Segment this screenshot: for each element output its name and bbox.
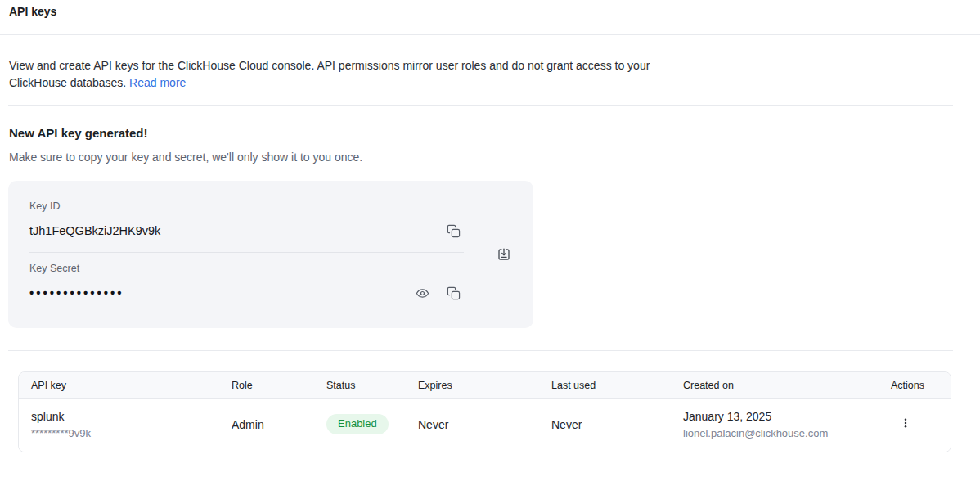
column-header-role: Role: [232, 372, 326, 398]
created-by-email: lionel.palacin@clickhouse.com: [683, 427, 891, 439]
column-header-last-used: Last used: [551, 372, 683, 398]
divider: [8, 350, 953, 351]
column-header-status: Status: [326, 372, 418, 398]
created-date: January 13, 2025: [683, 410, 891, 424]
column-header-created-on: Created on: [683, 372, 891, 398]
divider: [0, 34, 980, 35]
api-key-masked: *********9v9k: [31, 427, 232, 439]
table-row: splunk *********9v9k Admin Enabled Never…: [19, 398, 951, 452]
page-description-text: View and create API keys for the ClickHo…: [9, 59, 650, 89]
last-used-value: Never: [551, 418, 582, 431]
reveal-secret-button[interactable]: [411, 282, 433, 304]
copy-icon: [447, 224, 461, 238]
divider: [8, 105, 953, 106]
copy-secret-button[interactable]: [443, 282, 464, 304]
page-title: API keys: [9, 6, 980, 18]
key-id-label: Key ID: [29, 200, 464, 212]
key-id-value: tJh1FeQGBkziJ2HK9v9k: [29, 223, 443, 239]
key-secret-masked-value: ••••••••••••••: [29, 285, 411, 301]
api-key-cell: splunk *********9v9k: [19, 398, 232, 452]
key-id-row: tJh1FeQGBkziJ2HK9v9k: [29, 220, 464, 241]
new-key-banner-title: New API key generated!: [9, 126, 980, 140]
created-on-cell: January 13, 2025 lionel.palacin@clickhou…: [683, 398, 891, 452]
role-cell: Admin: [232, 398, 326, 452]
table-header-row: API key Role Status Expires Last used Cr…: [19, 372, 951, 398]
key-secret-label: Key Secret: [29, 263, 464, 274]
api-key-name: splunk: [31, 410, 232, 424]
copy-key-id-button[interactable]: [443, 220, 464, 241]
expires-cell: Never: [418, 398, 551, 452]
key-secret-row: ••••••••••••••: [29, 282, 464, 304]
new-key-card-fields: Key ID tJh1FeQGBkziJ2HK9v9k Key Secret •…: [8, 181, 474, 328]
eye-icon: [416, 286, 429, 300]
download-icon: [497, 247, 511, 262]
column-header-api-key: API key: [19, 372, 232, 398]
column-header-expires: Expires: [418, 372, 551, 398]
status-cell: Enabled: [326, 398, 418, 452]
expires-value: Never: [418, 418, 448, 431]
api-keys-table: API key Role Status Expires Last used Cr…: [18, 371, 951, 452]
column-header-actions: Actions: [891, 372, 951, 398]
row-actions-menu-button[interactable]: [896, 415, 915, 434]
actions-cell: [891, 398, 951, 452]
copy-icon: [447, 286, 461, 300]
status-badge: Enabled: [326, 414, 389, 434]
new-key-banner-subtitle: Make sure to copy your key and secret, w…: [9, 151, 980, 164]
card-divider: [29, 252, 464, 253]
new-key-card: Key ID tJh1FeQGBkziJ2HK9v9k Key Secret •…: [8, 181, 533, 328]
new-key-card-actions: [474, 181, 533, 328]
page-description: View and create API keys for the ClickHo…: [9, 57, 675, 92]
download-key-button[interactable]: [493, 244, 515, 265]
kebab-menu-icon: [899, 416, 912, 432]
role-value: Admin: [232, 418, 264, 431]
read-more-link[interactable]: Read more: [129, 76, 186, 89]
last-used-cell: Never: [551, 398, 683, 452]
